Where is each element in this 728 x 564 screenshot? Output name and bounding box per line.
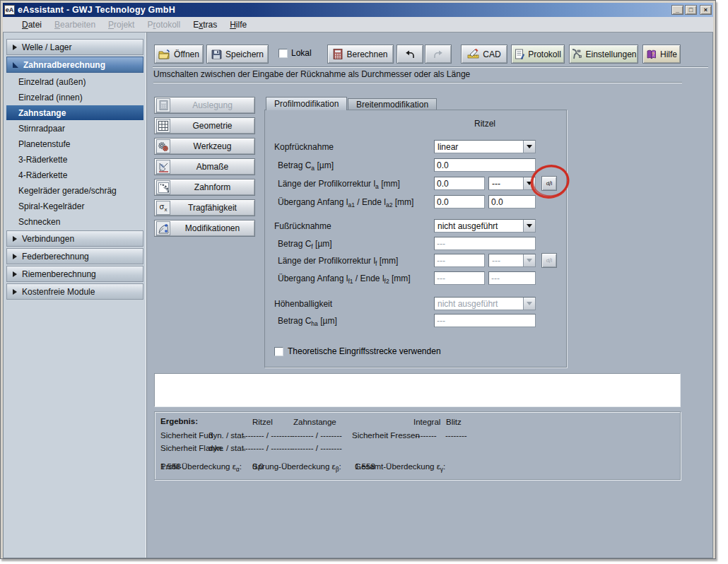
laenge-la-label: Länge der Profilkorrektur la [mm]: [278, 179, 400, 190]
sidebar-item-schnecken[interactable]: Schnecken: [6, 214, 143, 229]
results-title: Ergebnis:: [160, 417, 198, 425]
collapsed-arrow-icon: [13, 271, 17, 277]
measure-icon: [156, 160, 170, 174]
geometrie-button[interactable]: Geometrie: [154, 117, 255, 134]
protocol-button[interactable]: Protokoll: [511, 45, 565, 64]
result-fuss-ritzel: -------- / --------: [242, 431, 293, 440]
modification-icon: [156, 221, 170, 235]
cad-button[interactable]: CAD: [461, 45, 507, 64]
result-fressen-integral: --------: [415, 431, 437, 440]
main-area: Öffnen Speichern Lokal Berechnen: [147, 33, 712, 558]
chevron-down-icon[interactable]: [523, 177, 535, 189]
local-checkbox-group: Lokal: [278, 48, 312, 58]
results-col-ritzel: Ritzel: [252, 418, 273, 426]
open-button[interactable]: Öffnen: [154, 45, 204, 64]
sigma-icon: σx: [156, 201, 170, 215]
sidebar-section-welle-lager[interactable]: Welle / Lager: [6, 39, 143, 55]
betrag-ca-input[interactable]: [434, 158, 536, 172]
kopfruecknahme-label: Kopfrücknahme: [274, 142, 334, 152]
sidebar-section-zahnradberechnung[interactable]: Zahnradberechnung: [6, 57, 143, 73]
uebergang-a-label: Übergang Anfang la1 / Ende la2 [mm]: [278, 197, 413, 208]
zahnform-button[interactable]: Zahnform: [154, 179, 255, 196]
sidebar-section-kostenfreie-module[interactable]: Kostenfreie Module: [6, 283, 143, 300]
tab-profilmodifikation[interactable]: Profilmodifikation: [266, 97, 347, 110]
sidebar-item-spiral-kegelraeder[interactable]: Spiral-Kegelräder: [6, 199, 143, 213]
calculator-icon: [333, 49, 343, 59]
menu-protokoll: Protokoll: [141, 18, 187, 31]
sidebar-item-stirnradpaar[interactable]: Stirnradpaar: [6, 121, 143, 136]
menu-hilfe[interactable]: Hilfe: [223, 18, 253, 31]
sidebar-section-verbindungen[interactable]: Verbindungen: [6, 230, 143, 247]
sidebar-item-einzelrad-innen[interactable]: Einzelrad (innen): [6, 90, 143, 105]
title-bar: eA eAssistant - GWJ Technology GmbH _ □ …: [3, 3, 713, 17]
sidebar-item-zahnstange[interactable]: Zahnstange: [6, 105, 143, 120]
calculator-icon: [156, 98, 170, 112]
uebergang-f2-input: [488, 271, 536, 285]
diameter-length-toggle-button[interactable]: d/l: [541, 176, 557, 191]
betrag-cha-input: [434, 314, 536, 327]
chevron-down-icon[interactable]: [523, 141, 535, 153]
protocol-icon: [515, 49, 524, 59]
app-window: eA eAssistant - GWJ Technology GmbH _ □ …: [0, 0, 716, 559]
kopfruecknahme-dropdown[interactable]: linear: [434, 140, 536, 153]
betrag-cha-label: Betrag Cha [µm]: [278, 316, 337, 327]
sidebar-section-federberechnung[interactable]: Federberechnung: [6, 248, 143, 264]
abmasse-button[interactable]: Abmaße: [154, 158, 255, 175]
betrag-cf-input: [434, 237, 536, 250]
betrag-cf-label: Betrag Cf [µm]: [278, 239, 332, 250]
laenge-lf-input: [434, 254, 485, 267]
calculate-button[interactable]: Berechnen: [327, 45, 394, 64]
menu-projekt: Projekt: [102, 18, 141, 31]
chevron-down-icon: [523, 298, 535, 310]
sidebar-item-3-raederkette[interactable]: 3-Räderkette: [6, 152, 143, 167]
result-flanke-zahnstange: -------- / --------: [292, 444, 342, 452]
uebergang-a2-input[interactable]: [488, 195, 536, 208]
theo-checkbox[interactable]: [274, 347, 283, 356]
sidebar-section-riemenberechnung[interactable]: Riemenberechnung: [6, 266, 143, 282]
modifikationen-button[interactable]: Modifikationen: [154, 220, 255, 237]
tragfaehigkeit-button[interactable]: σx Tragfähigkeit: [154, 199, 255, 216]
result-flanke-ritzel: -------- / --------: [242, 444, 293, 452]
menu-extras[interactable]: Extras: [187, 18, 223, 31]
save-icon: [211, 49, 222, 59]
help-button[interactable]: ? Hilfe: [642, 45, 681, 64]
save-button[interactable]: Speichern: [206, 45, 269, 64]
undo-button[interactable]: [397, 45, 423, 64]
fussruecknahme-dropdown[interactable]: nicht ausgeführt: [434, 219, 536, 233]
chevron-down-icon[interactable]: [523, 220, 535, 232]
settings-button[interactable]: Einstellungen: [569, 45, 638, 64]
laenge-la-unit-dropdown[interactable]: ---: [488, 177, 536, 190]
sidebar-item-kegelraeder[interactable]: Kegelräder gerade/schräg: [6, 183, 143, 198]
maximize-button[interactable]: □: [685, 5, 697, 15]
sidebar-item-planetenstufe[interactable]: Planetenstufe: [6, 136, 143, 151]
status-hint: Umschalten zwischen der Eingabe der Rück…: [153, 69, 470, 79]
app-icon: eA: [4, 5, 15, 15]
local-checkbox-label: Lokal: [291, 48, 312, 58]
minimize-button[interactable]: _: [671, 5, 683, 15]
sidebar-item-einzelrad-aussen[interactable]: Einzelrad (außen): [6, 74, 143, 89]
column-header-ritzel: Ritzel: [434, 119, 536, 129]
redo-button: [425, 45, 452, 64]
uebergang-f1-input: [434, 271, 485, 285]
results-col-blitz: Blitz: [446, 418, 462, 426]
svg-text:?: ?: [652, 52, 654, 57]
laenge-lf-unit-dropdown: ---: [488, 254, 536, 267]
toolbar-separator: [153, 66, 708, 68]
local-checkbox[interactable]: [278, 49, 288, 58]
close-button[interactable]: ×: [700, 5, 712, 15]
werkzeug-button[interactable]: Werkzeug: [154, 138, 255, 155]
help-icon: ?: [646, 49, 657, 59]
uebergang-a1-input[interactable]: [434, 195, 485, 208]
menu-datei[interactable]: Datei: [16, 18, 48, 31]
collapsed-arrow-icon: [13, 289, 17, 295]
results-panel: Ergebnis: Ritzel Zahnstange Integral Bli…: [154, 411, 681, 480]
result-fuss-mode: dyn. / stat.: [209, 431, 246, 440]
tab-breitenmodifikation[interactable]: Breitenmodifikation: [348, 98, 437, 110]
laenge-la-input[interactable]: [434, 177, 485, 190]
expanded-arrow-icon: [13, 62, 18, 68]
menu-bar: Datei Bearbeiten Projekt Protokoll Extra…: [3, 17, 713, 33]
chevron-down-icon: [523, 254, 535, 266]
settings-icon: [570, 49, 582, 59]
sidebar-item-4-raederkette[interactable]: 4-Räderkette: [6, 168, 143, 182]
theo-checkbox-label: Theoretische Eingriffsstrecke verwenden: [288, 346, 441, 356]
